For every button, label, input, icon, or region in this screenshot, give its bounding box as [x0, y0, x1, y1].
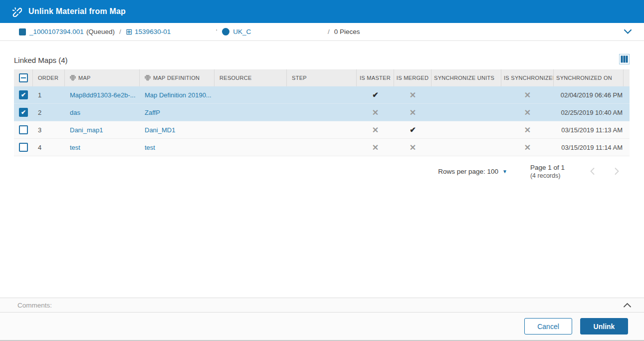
row-checkbox[interactable]: [14, 121, 33, 138]
page-label: Page 1 of 1: [530, 164, 565, 171]
x-icon: ✕: [410, 143, 416, 152]
x-icon: ✕: [372, 125, 379, 135]
empty-area: [0, 186, 644, 298]
map-definition-link[interactable]: Map Definition 20190...: [145, 91, 212, 99]
map-link[interactable]: test: [70, 144, 80, 151]
x-icon: ✕: [524, 90, 531, 100]
material-icon: [19, 28, 26, 35]
map-definition-link[interactable]: test: [145, 144, 155, 151]
resource-link[interactable]: UK_C: [233, 28, 251, 35]
cell-trailing: [624, 104, 634, 121]
cell-trailing: [624, 139, 634, 156]
column-header-is-merged[interactable]: IS MERGED: [394, 69, 431, 86]
x-icon: ✕: [372, 143, 379, 152]
chevron-up-icon[interactable]: [622, 301, 633, 310]
next-page-icon[interactable]: [613, 166, 621, 176]
table-row[interactable]: 4testtest✕✕✕03/15/2019 11:14 AM: [14, 139, 630, 156]
row-checkbox[interactable]: ✔: [14, 104, 33, 121]
cell-trailing: [624, 121, 634, 138]
cell-synchronize-units: [431, 86, 501, 103]
linked-maps-table: ORDER MAP: [14, 69, 630, 156]
table-body: ✔1Map8dd91303-6e2b-...Map Definition 201…: [14, 86, 630, 156]
select-all-checkbox[interactable]: [14, 69, 33, 86]
row-checkbox[interactable]: ✔: [14, 86, 33, 103]
map-link[interactable]: Map8dd91303-6e2b-...: [70, 91, 136, 99]
cell-is-master: ✕: [357, 104, 394, 121]
table-row[interactable]: ✔2dasZaffP✕✕✕02/25/2019 10:40 AM: [14, 104, 630, 121]
cell-synchronize-units: [431, 139, 501, 156]
cell-order: 4: [33, 139, 65, 156]
column-header-step[interactable]: STEP: [287, 69, 357, 86]
cell-step: [287, 139, 357, 156]
pieces-separator: /: [328, 28, 330, 35]
table-row[interactable]: ✔1Map8dd91303-6e2b-...Map Definition 201…: [14, 86, 630, 104]
x-icon: ✕: [372, 108, 379, 117]
records-label: (4 records): [530, 172, 565, 179]
cell-map-definition: Dani_MD1: [140, 121, 215, 138]
comments-label: Comments:: [17, 302, 52, 309]
cell-is-synchronized: ✕: [501, 104, 554, 121]
column-header-map-definition[interactable]: MAP DEFINITION: [140, 69, 215, 86]
previous-page-icon[interactable]: [589, 166, 596, 176]
section-title: Linked Maps (4): [14, 56, 68, 64]
resource-icon: [222, 28, 229, 35]
map-definition-link[interactable]: ZaffP: [145, 109, 160, 116]
page-info: Page 1 of 1 (4 records): [530, 164, 565, 179]
cell-resource: [215, 121, 287, 138]
x-icon: ✕: [410, 108, 416, 117]
cell-is-master: ✕: [357, 121, 394, 138]
cell-order: 2: [33, 104, 65, 121]
column-header-synchronized-on[interactable]: SYNCHRONIZED ON: [554, 69, 624, 86]
column-header-synchronize-units[interactable]: SYNCHRONIZE UNITS: [431, 69, 501, 86]
material-link[interactable]: _1000107394.001: [29, 28, 84, 35]
cell-step: [287, 121, 357, 138]
map-link[interactable]: Dani_map1: [70, 126, 103, 134]
cell-resource: [215, 86, 287, 103]
x-icon: ✕: [524, 143, 531, 152]
cell-synchronized-on: 03/15/2019 11:14 AM: [554, 139, 624, 156]
map-link[interactable]: das: [70, 109, 80, 116]
column-header-resource[interactable]: RESOURCE: [215, 69, 287, 86]
cell-order: 1: [33, 86, 65, 103]
map-icon: ⊞: [126, 28, 132, 36]
cell-map: das: [65, 104, 140, 121]
cell-resource: [215, 139, 287, 156]
cell-synchronize-units: [431, 104, 501, 121]
breadcrumb-separator: /: [119, 28, 121, 35]
comments-section[interactable]: Comments:: [0, 298, 644, 313]
cell-is-master: ✔: [357, 86, 394, 103]
rows-per-page-dropdown[interactable]: Rows per page: 100 ▼: [438, 168, 507, 175]
rows-per-page-value: 100: [487, 168, 499, 175]
pagination-bar: Rows per page: 100 ▼ Page 1 of 1 (4 reco…: [0, 156, 644, 186]
check-icon: ✔: [372, 90, 379, 99]
row-checkbox[interactable]: [14, 139, 33, 156]
pieces-label: 0 Pieces: [334, 28, 360, 35]
map-link[interactable]: 1539630-01: [135, 28, 171, 35]
breadcrumb: _1000107394.001 (Queued) / ⊞ 1539630-01 …: [0, 23, 644, 41]
map-definition-link[interactable]: Dani_MD1: [145, 126, 175, 134]
cell-is-synchronized: ✕: [501, 121, 554, 138]
chevron-down-icon[interactable]: [622, 27, 634, 36]
cell-map: Map8dd91303-6e2b-...: [65, 86, 140, 103]
column-header-is-synchronized[interactable]: IS SYNCHRONIZED: [501, 69, 554, 86]
column-options-icon[interactable]: [619, 54, 630, 64]
cell-map-definition: test: [140, 139, 215, 156]
column-header-is-master[interactable]: IS MASTER: [357, 69, 394, 86]
column-header-order[interactable]: ORDER: [33, 69, 65, 86]
table-row[interactable]: 3Dani_map1Dani_MD1✕✔✕03/15/2019 11:13 AM: [14, 121, 630, 139]
cell-map-definition: Map Definition 20190...: [140, 86, 215, 103]
cell-synchronize-units: [431, 121, 501, 138]
cell-is-synchronized: ✕: [501, 86, 554, 103]
material-status: (Queued): [86, 28, 115, 35]
cell-map: Dani_map1: [65, 121, 140, 138]
cell-is-master: ✕: [357, 139, 394, 156]
x-icon: ✕: [524, 125, 531, 135]
cancel-button[interactable]: Cancel: [524, 318, 572, 335]
cell-is-merged: ✕: [394, 104, 431, 121]
truncated-separator: ': [216, 28, 217, 35]
unlink-material-dialog: Unlink Material from Map _1000107394.001…: [0, 0, 644, 341]
wafer-map-icon: [70, 75, 76, 81]
unlink-button[interactable]: Unlink: [580, 318, 628, 335]
column-header-map[interactable]: MAP: [65, 69, 140, 86]
cell-is-synchronized: ✕: [501, 139, 554, 156]
